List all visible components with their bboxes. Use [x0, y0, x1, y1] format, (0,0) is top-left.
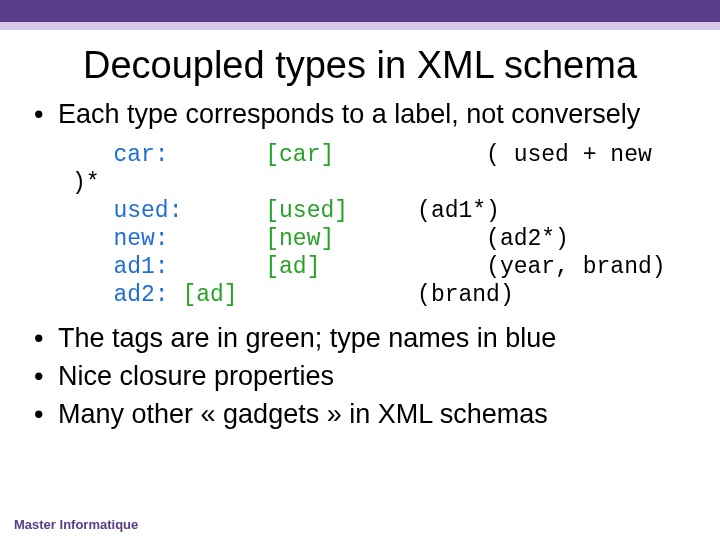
code-line-2: )* — [72, 170, 100, 196]
top-light-bar — [0, 22, 720, 30]
rhs-used: (ad1*) — [417, 198, 500, 224]
tag-ad2: [ad] — [182, 282, 237, 308]
bullet-3: Nice closure properties — [34, 361, 686, 393]
rhs-ad1: (year, brand) — [486, 254, 665, 280]
tag-car: [car] — [265, 142, 334, 168]
bullet-1: Each type corresponds to a label, not co… — [34, 99, 686, 131]
tag-new: [new] — [265, 226, 334, 252]
bullet-4: Many other « gadgets » in XML schemas — [34, 399, 686, 431]
rhs-car: ( used + new — [486, 142, 652, 168]
code-line-4: new: [new] (ad2*) — [72, 226, 569, 252]
slide-title: Decoupled types in XML schema — [0, 44, 720, 87]
tag-ad1: [ad] — [265, 254, 320, 280]
rhs-new: (ad2*) — [486, 226, 569, 252]
tag-used: [used] — [265, 198, 348, 224]
rhs-ad2: (brand) — [417, 282, 514, 308]
bullet-list-2: The tags are in green; type names in blu… — [34, 323, 686, 431]
code-line-1: car: [car] ( used + new — [72, 142, 652, 168]
type-car: car: — [113, 142, 168, 168]
type-new: new: — [113, 226, 168, 252]
top-accent-bar — [0, 0, 720, 22]
code-block: car: [car] ( used + new )* used: [used] … — [72, 141, 686, 309]
bullet-list: Each type corresponds to a label, not co… — [34, 99, 686, 131]
type-used: used: — [113, 198, 182, 224]
type-ad2: ad2: — [113, 282, 168, 308]
slide-body: Each type corresponds to a label, not co… — [0, 87, 720, 431]
bullet-2: The tags are in green; type names in blu… — [34, 323, 686, 355]
code-line-5: ad1: [ad] (year, brand) — [72, 254, 666, 280]
code-line-3: used: [used] (ad1*) — [72, 198, 500, 224]
type-ad1: ad1: — [113, 254, 168, 280]
footer-left: Master Informatique — [14, 517, 138, 532]
code-line-6: ad2: [ad] (brand) — [72, 282, 514, 308]
